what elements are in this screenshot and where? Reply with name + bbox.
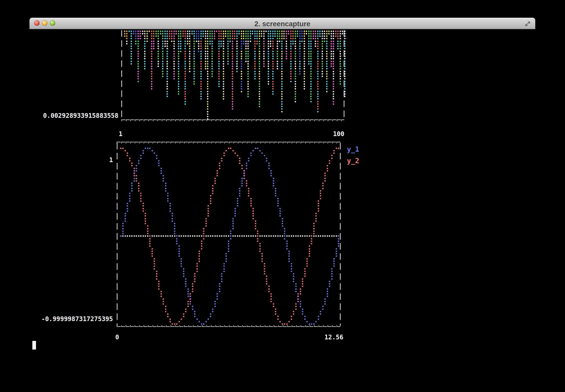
top-chart-xmin-label: 1 <box>119 130 122 138</box>
legend-item-y2: y_2 <box>347 157 359 165</box>
title-bar[interactable]: 2. screencapture <box>29 18 535 29</box>
top-chart-xmax-label: 100 <box>333 130 344 138</box>
sin-cos-chart <box>116 141 366 328</box>
terminal-cursor[interactable] <box>32 341 36 350</box>
bottom-chart-ymin-label: -0.9999987317275395 <box>41 315 113 323</box>
bottom-chart-xmin-label: 0 <box>115 334 119 341</box>
top-chart-ymin-label: 0.002928933915883558 <box>43 112 118 120</box>
random-bars-chart <box>121 30 346 121</box>
resize-icon[interactable] <box>524 20 532 28</box>
bottom-chart-xmax-label: 12.56 <box>324 334 343 341</box>
window-title: 2. screencapture <box>29 20 535 28</box>
bottom-chart-ymax-label: 1 <box>109 156 113 164</box>
screen: { "window": { "title": "2. screencapture… <box>0 0 565 392</box>
legend-item-y1: y_1 <box>347 145 359 153</box>
